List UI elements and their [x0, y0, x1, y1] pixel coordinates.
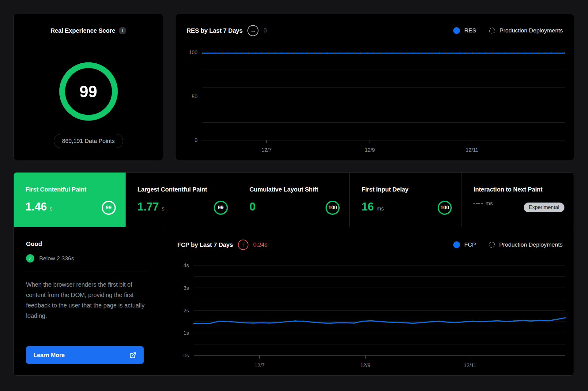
assessment-label: Good — [26, 240, 148, 248]
fcp-chart-panel: FCP by Last 7 Days ↑ 0.24s FCP Productio… — [166, 227, 574, 376]
threshold-label: Below 2.336s — [39, 255, 74, 262]
res-card-title: Real Experience Score — [51, 27, 115, 34]
tab-title: Interaction to Next Paint — [473, 186, 563, 193]
tab-title: Cumulative Layout Shift — [250, 186, 339, 193]
res-score-card: Real Experience Score i 99 869,191 Data … — [13, 14, 163, 160]
tab-title: First Contentful Paint — [25, 186, 115, 193]
assessment-panel: Good ✓ Below 2.336s When the browser ren… — [14, 227, 166, 376]
tab-value: 1.46 — [25, 200, 47, 213]
res-card-header: Real Experience Score i — [14, 27, 163, 34]
data-points-pill: 869,191 Data Points — [54, 134, 123, 148]
res-chart-legend: RES Production Deployments — [453, 27, 563, 34]
res-line-chart[interactable]: 10050012/712/912/11 — [175, 39, 575, 161]
svg-text:12/9: 12/9 — [360, 363, 370, 368]
legend-item-production-deployments[interactable]: Production Deployments — [489, 27, 563, 34]
fcp-delta: 0.24s — [253, 241, 267, 248]
metric-detail: Good ✓ Below 2.336s When the browser ren… — [14, 227, 574, 376]
check-icon: ✓ — [26, 254, 34, 263]
tab-first-contentful-paint[interactable]: First Contentful Paint 1.46 s 99 — [14, 173, 126, 227]
legend-label: RES — [464, 27, 476, 34]
svg-text:1s: 1s — [183, 330, 189, 336]
svg-text:12/7: 12/7 — [254, 363, 265, 368]
svg-text:12/7: 12/7 — [262, 147, 272, 153]
external-link-icon — [130, 352, 136, 359]
legend-label: FCP — [464, 241, 476, 248]
info-icon[interactable]: i — [119, 27, 126, 34]
metric-tabs: First Contentful Paint 1.46 s 99 Largest… — [14, 173, 574, 227]
legend-label: Production Deployments — [499, 27, 563, 34]
score-badge: 99 — [214, 201, 228, 215]
legend-item-fcp[interactable]: FCP — [453, 241, 476, 248]
threshold-row: ✓ Below 2.336s — [26, 254, 148, 263]
series-dot-icon — [453, 241, 460, 248]
series-dot-icon — [453, 27, 460, 34]
svg-text:0: 0 — [195, 137, 198, 143]
deployments-count: 0 — [263, 27, 267, 34]
svg-text:100: 100 — [189, 50, 198, 55]
divider — [26, 271, 148, 271]
tab-value: 1.77 — [138, 200, 159, 213]
dashed-circle-icon — [489, 242, 495, 248]
experimental-badge: Experimental — [524, 203, 564, 212]
svg-text:12/9: 12/9 — [365, 147, 375, 153]
tab-value: 16 — [361, 200, 374, 213]
score-badge: 99 — [102, 201, 116, 215]
tab-cumulative-layout-shift[interactable]: Cumulative Layout Shift 0 100 — [238, 173, 350, 227]
svg-text:0s: 0s — [183, 353, 189, 359]
trend-up-icon: ↑ — [238, 240, 248, 250]
learn-more-label: Learn More — [33, 352, 65, 359]
legend-item-res[interactable]: RES — [453, 27, 476, 34]
svg-text:12/11: 12/11 — [466, 147, 478, 153]
svg-text:50: 50 — [192, 94, 198, 99]
tab-value: 0 — [250, 200, 256, 213]
web-vitals-card: First Contentful Paint 1.46 s 99 Largest… — [13, 172, 574, 376]
tab-first-input-delay[interactable]: First Input Delay 16 ms 100 — [349, 173, 462, 227]
tab-unit: ms — [376, 206, 384, 212]
res-chart-header: RES by Last 7 Days → 0 RES Production De… — [187, 24, 563, 37]
metric-description: When the browser renders the first bit o… — [26, 279, 149, 321]
tab-unit: s — [162, 206, 164, 212]
learn-more-button[interactable]: Learn More — [26, 346, 144, 364]
res-score-value: 99 — [59, 62, 118, 121]
tab-largest-contentful-paint[interactable]: Largest Contentful Paint 1.77 s 99 — [126, 173, 238, 227]
score-badge: 100 — [438, 201, 452, 215]
tab-unit: ms — [485, 200, 493, 207]
res-score-gauge: 99 — [59, 62, 118, 121]
res-chart-title: RES by Last 7 Days — [187, 27, 243, 34]
tab-interaction-to-next-paint[interactable]: Interaction to Next Paint ms Experimenta… — [462, 173, 574, 227]
fcp-chart-header: FCP by Last 7 Days ↑ 0.24s FCP Productio… — [177, 238, 563, 251]
svg-text:4s: 4s — [183, 263, 189, 268]
fcp-chart-title: FCP by Last 7 Days — [177, 241, 233, 248]
svg-text:3s: 3s — [183, 285, 189, 291]
deployments-arrow-icon[interactable]: → — [247, 25, 258, 36]
legend-label: Production Deployments — [499, 241, 563, 248]
tab-unit: s — [50, 206, 52, 212]
inp-value-placeholder — [473, 203, 483, 204]
svg-text:2s: 2s — [183, 308, 189, 314]
fcp-chart-legend: FCP Production Deployments — [453, 241, 563, 248]
res-chart-card: RES by Last 7 Days → 0 RES Production De… — [175, 14, 574, 160]
tab-title: Largest Contentful Paint — [138, 186, 227, 193]
svg-text:12/11: 12/11 — [464, 363, 476, 368]
tab-title: First Input Delay — [361, 186, 450, 193]
dashed-circle-icon — [489, 28, 495, 34]
fcp-line-chart[interactable]: 4s3s2s1s0s12/712/912/11 — [166, 255, 574, 376]
legend-item-production-deployments[interactable]: Production Deployments — [489, 241, 563, 248]
